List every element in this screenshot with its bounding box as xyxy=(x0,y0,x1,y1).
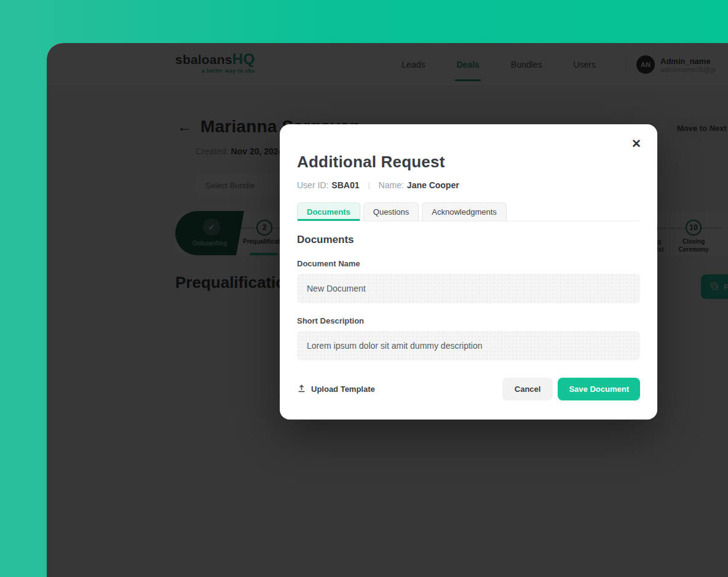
close-icon[interactable]: ✕ xyxy=(631,138,641,149)
name-label: Name: xyxy=(379,180,404,190)
short-description-label: Short Description xyxy=(297,316,640,325)
user-id-label: User ID: xyxy=(297,180,328,190)
tab-documents[interactable]: Documents xyxy=(297,202,360,221)
cancel-button[interactable]: Cancel xyxy=(502,378,553,400)
modal-title: Additional Request xyxy=(297,153,640,172)
user-id-value: SBA01 xyxy=(331,180,359,190)
tab-questions[interactable]: Questions xyxy=(363,202,419,221)
save-document-button[interactable]: Save Document xyxy=(558,378,640,400)
name-value: Jane Cooper xyxy=(407,180,459,190)
upload-icon xyxy=(297,384,306,395)
modal-tabs: Documents Questions Acknowledgments xyxy=(297,202,640,221)
upload-template-button[interactable]: Upload Template xyxy=(297,384,375,395)
meta-divider: | xyxy=(368,181,370,189)
document-name-input[interactable] xyxy=(297,274,640,303)
document-name-label: Document Name xyxy=(297,259,640,268)
short-description-input[interactable] xyxy=(297,331,640,360)
documents-section-title: Documents xyxy=(297,234,640,246)
modal-meta: User ID: SBA01 | Name: Jane Cooper xyxy=(297,180,640,190)
tab-acknowledgments[interactable]: Acknowledgments xyxy=(422,202,507,221)
additional-request-modal: ✕ Additional Request User ID: SBA01 | Na… xyxy=(280,124,657,420)
upload-template-label: Upload Template xyxy=(311,384,375,394)
